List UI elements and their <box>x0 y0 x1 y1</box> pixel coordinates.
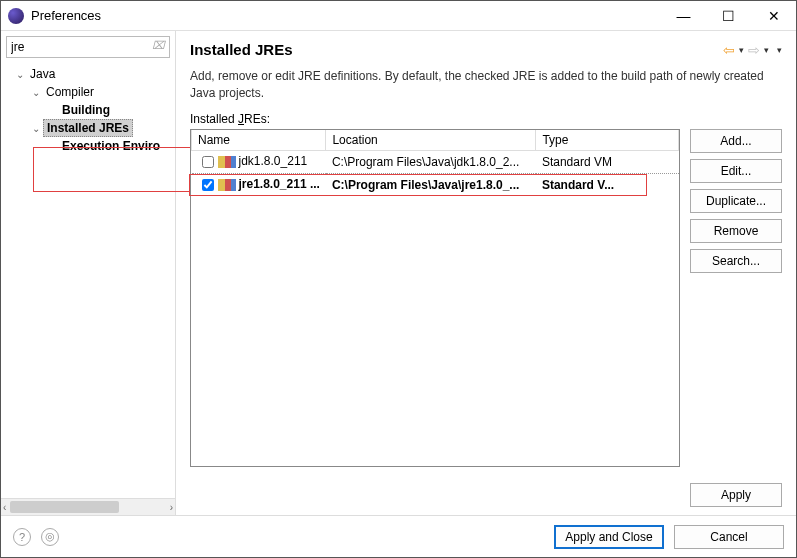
twist-icon[interactable]: ⌄ <box>29 123 43 134</box>
clear-filter-icon[interactable]: ⌧ <box>152 39 165 52</box>
preferences-tree[interactable]: ⌄ Java ⌄ Compiler Building ⌄ Installed J… <box>1 63 175 498</box>
minimize-button[interactable]: — <box>661 1 706 31</box>
table-label: Installed JREs: <box>190 112 782 126</box>
filter-input[interactable] <box>6 36 170 58</box>
import-export-icon[interactable]: ◎ <box>41 528 59 546</box>
twist-icon[interactable]: ⌄ <box>29 87 43 98</box>
page-title: Installed JREs <box>190 41 723 58</box>
apply-and-close-button[interactable]: Apply and Close <box>554 525 664 549</box>
close-button[interactable]: ✕ <box>751 1 796 31</box>
nav-forward-menu-icon[interactable]: ▾ <box>764 45 769 55</box>
help-icon[interactable]: ? <box>13 528 31 546</box>
jre-table[interactable]: Name Location Type jdk1.8.0_211 C:\Progr… <box>190 129 680 467</box>
apply-button[interactable]: Apply <box>690 483 782 507</box>
scroll-right-icon[interactable]: › <box>170 502 173 513</box>
add-button[interactable]: Add... <box>690 129 782 153</box>
maximize-button[interactable]: ☐ <box>706 1 751 31</box>
app-icon <box>8 8 24 24</box>
window-title: Preferences <box>31 8 661 23</box>
duplicate-button[interactable]: Duplicate... <box>690 189 782 213</box>
scroll-left-icon[interactable]: ‹ <box>3 502 6 513</box>
column-name[interactable]: Name <box>192 130 326 151</box>
jre-icon <box>218 179 236 191</box>
column-location[interactable]: Location <box>326 130 536 151</box>
page-description: Add, remove or edit JRE definitions. By … <box>176 64 796 112</box>
column-type[interactable]: Type <box>536 130 679 151</box>
jre-checkbox[interactable] <box>202 156 214 168</box>
tree-item-installed-jres[interactable]: ⌄ Installed JREs <box>1 119 175 137</box>
sidebar-scrollbar[interactable]: ‹ › <box>1 498 175 515</box>
nav-forward-icon: ⇨ <box>748 42 760 58</box>
view-menu-icon[interactable]: ▾ <box>777 45 782 55</box>
edit-button[interactable]: Edit... <box>690 159 782 183</box>
nav-back-icon[interactable]: ⇦ <box>723 42 735 58</box>
remove-button[interactable]: Remove <box>690 219 782 243</box>
twist-icon[interactable]: ⌄ <box>13 69 27 80</box>
nav-back-menu-icon[interactable]: ▾ <box>739 45 744 55</box>
jre-checkbox[interactable] <box>202 179 214 191</box>
table-row[interactable]: jdk1.8.0_211 C:\Program Files\Java\jdk1.… <box>192 150 679 173</box>
tree-item-building[interactable]: Building <box>1 101 175 119</box>
tree-item-execution-env[interactable]: Execution Enviro <box>1 137 175 155</box>
search-button[interactable]: Search... <box>690 249 782 273</box>
jre-icon <box>218 156 236 168</box>
table-row[interactable]: jre1.8.0_211 ... C:\Program Files\Java\j… <box>192 173 679 196</box>
cancel-button[interactable]: Cancel <box>674 525 784 549</box>
tree-item-compiler[interactable]: ⌄ Compiler <box>1 83 175 101</box>
tree-item-java[interactable]: ⌄ Java <box>1 65 175 83</box>
